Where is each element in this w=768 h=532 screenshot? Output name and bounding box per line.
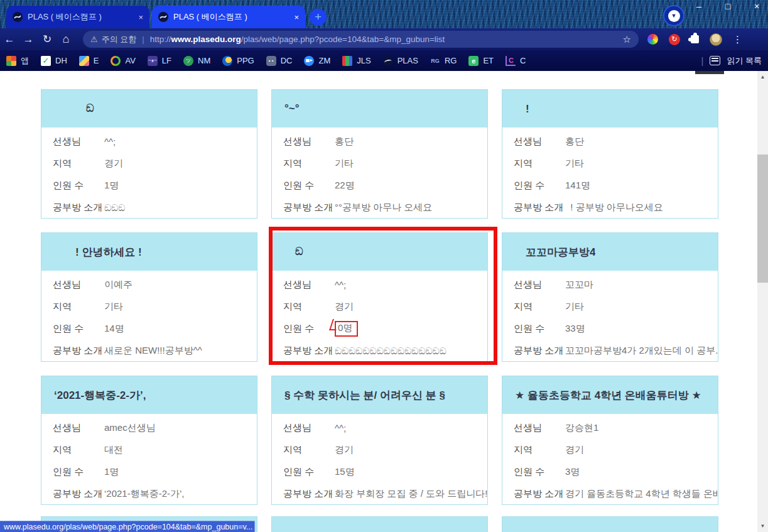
card-header <box>502 517 718 532</box>
bookmark-dc[interactable]: • •DC <box>266 56 293 66</box>
intro-value: °°공부방 아무나 오세요 <box>335 202 432 214</box>
menu-dots-icon[interactable]: ⋮ <box>733 34 742 45</box>
home-icon[interactable]: ⌂ <box>57 33 75 46</box>
study-room-card[interactable]: ! 안녕하세요 ! 선생님이예주 지역기타 인원 수14명 공부방 소개새로운 … <box>41 232 257 362</box>
intro-label: 공부방 소개 <box>514 488 565 500</box>
apps-grid-icon <box>6 56 16 66</box>
reading-list-button[interactable]: 읽기 목록 <box>727 55 762 67</box>
tab-2-active[interactable]: PLAS ( 베이스캠프 ) × <box>152 6 305 28</box>
url-host: www.plasedu.org <box>171 35 241 44</box>
card-header: ‘2021-행복중-2-가’, <box>41 376 257 414</box>
plas-favicon-icon <box>158 12 168 22</box>
plas-globe-icon <box>383 56 393 66</box>
bookmark-av[interactable]: AV <box>111 56 135 66</box>
room-title: ! 안녕하세요 ! <box>41 245 142 259</box>
bookmark-zm[interactable]: ZM <box>304 56 330 66</box>
members-value: 15명 <box>335 466 355 478</box>
tab-1[interactable]: PLAS ( 베이스캠프 ) × <box>6 6 149 28</box>
profile-avatar[interactable] <box>710 33 722 46</box>
window-controls: – □ × <box>693 1 763 11</box>
region-value: 경기 <box>335 301 354 313</box>
warning-icon[interactable]: ⚠ <box>90 35 98 44</box>
bookmark-plas[interactable]: PLAS <box>383 56 418 66</box>
extensions-row: ↻ ⋮ <box>647 33 742 46</box>
extensions-puzzle-icon[interactable] <box>691 35 699 43</box>
study-room-card[interactable]: § 수학 못하시는 분/ 어려우신 분 § 선생님^^; 지역경기 인원 수15… <box>271 376 488 505</box>
card-header: ! 안녕하세요 ! <box>41 233 257 271</box>
tab-close-icon[interactable]: × <box>138 13 143 22</box>
bookmark-star-icon[interactable]: ☆ <box>623 34 631 45</box>
scroll-down-arrow-icon[interactable]: ▼ <box>757 521 768 531</box>
address-separator: | <box>142 35 144 44</box>
cards-row-3: ‘2021-행복중-2-가’, 선생님amec선생님 지역대전 인원 수1명 공… <box>41 376 718 505</box>
back-icon[interactable]: ← <box>0 33 19 46</box>
bookmark-nm[interactable]: ツNM <box>183 56 210 66</box>
bookmark-apps[interactable]: 앱 <box>6 55 29 67</box>
blue-badge-icon[interactable]: ▼ <box>663 5 684 26</box>
green-check-icon: ✓ <box>41 56 51 66</box>
members-value: 14명 <box>104 323 124 335</box>
new-tab-button[interactable]: + <box>310 9 327 26</box>
parrot-circle-icon <box>222 56 232 66</box>
bookmark-lf[interactable]: ᴖᴥᴖLF <box>148 56 171 66</box>
teacher-label: 선생님 <box>514 136 565 148</box>
vertical-scrollbar[interactable]: ▲ ▼ <box>757 71 768 532</box>
members-value: 3명 <box>565 466 580 478</box>
intro-value: 새로운 NEW!!!공부방^^ <box>104 345 202 357</box>
bookmark-e[interactable]: E <box>79 56 99 66</box>
scrollbar-thumb[interactable] <box>757 155 768 283</box>
study-room-card[interactable] <box>271 516 488 532</box>
bookmark-jls[interactable]: JLS <box>342 56 370 66</box>
forward-icon[interactable]: → <box>19 33 38 46</box>
close-button[interactable]: × <box>750 1 763 11</box>
security-warning-text[interactable]: 주의 요함 <box>102 34 137 45</box>
bookmark-c[interactable]: CC <box>506 56 526 66</box>
teacher-value: ^^; <box>335 423 346 433</box>
members-label: 인원 수 <box>514 323 565 335</box>
minimize-button[interactable]: – <box>693 1 705 11</box>
study-room-card[interactable]: ★ 율동초등학교 4학년 온배움튜터방 ★ 선생님강승현1 지역경기 인원 수3… <box>502 376 718 505</box>
teacher-value: 꼬꼬마 <box>565 279 593 291</box>
study-room-card[interactable] <box>502 516 718 532</box>
intro-label: 공부방 소개 <box>283 345 335 357</box>
intro-value: ! 공부방 아무나오세요 <box>565 202 663 214</box>
study-room-card[interactable]: 꼬꼬마공부방4 선생님꼬꼬마 지역기타 인원 수33명 공부방 소개꼬꼬마공부방… <box>502 232 718 362</box>
study-room-card[interactable]: °~° 선생님홍단 지역기타 인원 수22명 공부방 소개°°공부방 아무나 오… <box>271 89 488 219</box>
maximize-button[interactable]: □ <box>722 1 734 11</box>
color-wheel-extension-icon[interactable] <box>647 34 658 45</box>
reload-icon[interactable]: ↻ <box>38 33 57 46</box>
room-title: °~° <box>272 102 300 115</box>
region-value: 기타 <box>565 158 584 170</box>
region-value: 경기 <box>335 444 354 456</box>
members-label: 인원 수 <box>514 466 565 478</box>
card-header: ! <box>502 90 718 128</box>
browser-window: PLAS ( 베이스캠프 ) × PLAS ( 베이스캠프 ) × + ▼ – … <box>0 0 768 532</box>
study-room-card-highlighted[interactable]: ඞ 선생님^^; 지역경기 인원 수0명 공부방 소개ඞඞඞඞඞඞඞඞඞඞඞඞඞ… <box>271 232 488 362</box>
cards-row-1: ඞ 선생님^^; 지역경기 인원 수1명 공부방 소개ඞඞඞ °~° 선생님홍단… <box>41 89 718 219</box>
bookmark-rg[interactable]: RGRG <box>430 56 457 66</box>
tab-close-icon[interactable]: × <box>294 13 299 22</box>
color-ring-icon <box>111 56 121 66</box>
bookmark-dh[interactable]: ✓DH <box>41 56 67 66</box>
intro-label: 공부방 소개 <box>53 488 104 500</box>
intro-label: 공부방 소개 <box>283 202 335 214</box>
red-blocker-extension-icon[interactable]: ↻ <box>669 34 680 45</box>
room-title: § 수학 못하시는 분/ 어려우신 분 § <box>272 388 445 403</box>
study-room-card[interactable]: ! 선생님홍단 지역기타 인원 수141명 공부방 소개 ! 공부방 아무나오세… <box>502 89 718 219</box>
members-label: 인원 수 <box>283 180 335 192</box>
tab-title: PLAS ( 베이스캠프 ) <box>173 11 290 23</box>
region-label: 지역 <box>514 158 565 170</box>
study-room-card[interactable]: ඞ 선생님^^; 지역경기 인원 수1명 공부방 소개ඞඞඞ <box>41 89 257 219</box>
bookmark-ppg[interactable]: PPG <box>222 56 254 66</box>
study-room-card[interactable]: ‘2021-행복중-2-가’, 선생님amec선생님 지역대전 인원 수1명 공… <box>41 376 257 505</box>
card-body: 선생님^^; 지역경기 인원 수1명 공부방 소개ඞඞඞ <box>41 128 257 219</box>
teacher-value: 홍단 <box>335 136 354 148</box>
map-photo-icon <box>79 56 89 66</box>
region-label: 지역 <box>53 158 104 170</box>
address-bar[interactable]: ⚠ 주의 요함 | http://www.plasedu.org/plas/we… <box>83 31 639 48</box>
card-body: 선생님홍단 지역기타 인원 수141명 공부방 소개 ! 공부방 아무나오세요 <box>502 128 718 219</box>
scroll-up-arrow-icon[interactable]: ▲ <box>757 72 768 82</box>
card-header: ඞ <box>41 90 257 128</box>
bookmark-et[interactable]: eET <box>468 56 494 66</box>
card-body: 선생님꼬꼬마 지역기타 인원 수33명 공부방 소개꼬꼬마공부방4가 2개있는데… <box>502 271 718 362</box>
